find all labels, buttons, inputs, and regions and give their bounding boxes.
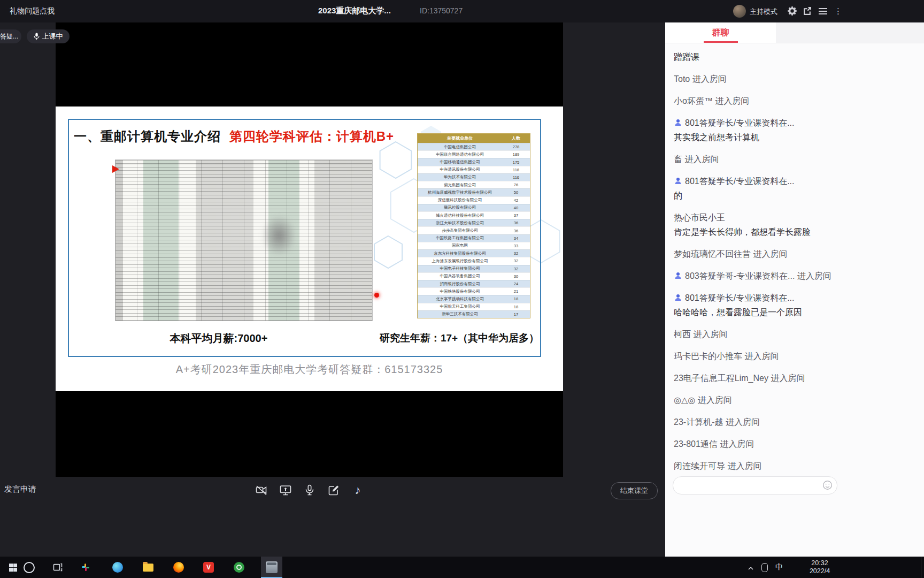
employment-table-row: 中国联合网络通信有限公司189: [418, 150, 530, 158]
employment-company: 新华三技术有限公司: [418, 311, 502, 317]
clock-time: 20:32: [802, 559, 837, 567]
chat-message-text: 801答疑学长/专业课资料在...: [685, 177, 794, 186]
red-app-icon[interactable]: V: [202, 561, 215, 574]
chat-message: Toto 进入房间: [674, 72, 922, 86]
taskbar-clock[interactable]: 20:32 2022/4: [802, 559, 837, 575]
employment-table-row: 中国兵器装备集团公司30: [418, 272, 530, 280]
employment-company: 中国铁路工程集团有限公司: [418, 235, 502, 241]
clock-date: 2022/4: [802, 567, 837, 575]
member-badge-icon: [674, 117, 682, 126]
member-badge-icon: [674, 270, 682, 279]
employment-table-row: 中国移动通信集团公司175: [418, 158, 530, 165]
employment-count: 33: [502, 244, 530, 248]
edit-icon[interactable]: [327, 484, 340, 497]
member-badge-icon: [674, 292, 682, 301]
slack-icon[interactable]: [79, 561, 92, 574]
host-mode-label[interactable]: 主持模式: [750, 7, 777, 17]
cortana-icon[interactable]: [22, 561, 35, 574]
class-status-label: 上课中: [42, 32, 63, 41]
employment-count: 50: [502, 190, 530, 195]
employment-table-row: 招商银行股份有限公司24: [418, 280, 530, 287]
end-class-button[interactable]: 结束课堂: [611, 482, 658, 499]
chat-message-text: 803答疑学哥-专业课资料在... 进入房间: [685, 271, 831, 280]
employment-count: 17: [502, 312, 530, 317]
chat-message-text: 闭连续开可导 进入房间: [674, 461, 761, 470]
chat-message-text: 801答疑学长/专业课资料在...: [685, 293, 794, 302]
screen-share-icon[interactable]: [279, 484, 292, 497]
chat-message: ◎△◎ 进入房间: [674, 393, 922, 407]
qq-group-line: A+考研2023年重庆邮电大学考研答疑群：615173325: [56, 362, 563, 377]
employment-company: 杭州海康威视数字技术股份有限公司: [418, 190, 502, 195]
popout-icon[interactable]: [803, 6, 812, 16]
chat-message-text: 23-计算机-越 进入房间: [674, 417, 760, 427]
explorer-icon[interactable]: [142, 561, 155, 574]
camera-off-icon[interactable]: [255, 484, 268, 497]
gear-icon[interactable]: [788, 6, 797, 16]
undergrad-salary-caption: 本科平均月薪:7000+: [130, 331, 307, 346]
chat-message-text: 蹭蹭课: [674, 52, 699, 62]
music-note-icon[interactable]: ♪: [351, 484, 364, 497]
edge-icon[interactable]: [111, 561, 124, 574]
employment-company: 中国联合网络通信有限公司: [418, 152, 502, 157]
employment-table-header: 主要就业单位 人数: [418, 134, 530, 143]
employment-company: 步步高集团有限公司: [418, 228, 502, 233]
employment-table-row: 杭州海康威视数字技术股份有限公司50: [418, 188, 530, 196]
employment-company: 华为技术有限公司: [418, 174, 502, 180]
tray-mouse-icon[interactable]: [761, 563, 768, 572]
room-title: 2023重庆邮电大学...: [318, 6, 391, 16]
employment-count: 175: [502, 160, 530, 165]
chat-message-text: 热心市民小王: [674, 213, 725, 222]
employment-table-row: 烽火通信科技股份有限公司37: [418, 211, 530, 219]
chat-message: 哈哈哈哈，想看露脸已是一个原因: [674, 306, 922, 319]
employment-header-count: 人数: [502, 135, 530, 141]
employment-count: 32: [502, 258, 530, 263]
menu-icon[interactable]: [819, 6, 828, 16]
speech-request-button[interactable]: 发言申请: [4, 484, 36, 495]
chat-message: 柯西 进入房间: [674, 328, 922, 341]
employment-table-row: 中兴通讯股份有限公司118: [418, 166, 530, 173]
laser-pointer-dot: [374, 293, 379, 298]
slide-heading-black: 一、重邮计算机专业介绍: [74, 129, 221, 143]
chat-message: 蹭蹭课: [674, 50, 922, 64]
more-icon[interactable]: ⋮: [834, 6, 843, 16]
chat-message: 其实我之前想考计算机: [674, 131, 922, 144]
employment-count: 278: [502, 144, 530, 149]
firefox-icon[interactable]: [172, 561, 185, 574]
employment-count: 37: [502, 213, 530, 218]
employment-count: 36: [502, 220, 530, 225]
tab-group-chat[interactable]: 群聊: [665, 22, 776, 43]
employment-table-row: 中国铁塔股份有限公司21: [418, 287, 530, 295]
avatar[interactable]: [733, 5, 746, 18]
chat-input[interactable]: [673, 476, 837, 495]
window-titlebar: 礼物问题点我 2023重庆邮电大学... ID:13750727 主持模式 ⋮: [0, 0, 924, 22]
green-app-icon[interactable]: [233, 561, 245, 574]
member-badge-icon: [674, 176, 682, 184]
employment-detail-table-blur: [116, 160, 372, 321]
chat-message: 803答疑学哥-专业课资料在... 进入房间: [674, 269, 922, 283]
tab-online-list[interactable]: 在线1: [776, 22, 924, 43]
show-desktop-button[interactable]: [921, 557, 921, 578]
employment-company: 国家电网: [418, 243, 502, 248]
classroom-app-icon[interactable]: [261, 557, 282, 578]
tray-expand-icon[interactable]: [748, 564, 754, 574]
mic-icon[interactable]: [303, 484, 316, 497]
employment-company: 腾讯控股有限公司: [418, 205, 502, 210]
start-icon[interactable]: [6, 561, 19, 574]
stage-toolbar: ♪: [255, 483, 364, 498]
employment-count: 116: [502, 175, 530, 180]
chat-message-list: 蹭蹭课Toto 进入房间小o坏蛋™ 进入房间801答疑学长/专业课资料在...其…: [674, 50, 922, 472]
gift-prompt-link[interactable]: 礼物问题点我: [10, 6, 55, 16]
chat-message-text: 梦如琉璃忆不回往昔 进入房间: [674, 249, 787, 258]
employment-company: 中国兵器装备集团公司: [418, 273, 502, 279]
emoji-icon[interactable]: [822, 480, 833, 490]
employment-company: 上海浦东发展银行股份有限公司: [418, 258, 502, 264]
ime-indicator[interactable]: 中: [775, 562, 783, 572]
chat-message: 梦如琉璃忆不回往昔 进入房间: [674, 247, 922, 261]
employment-table-row: 紫光集团有限公司76: [418, 181, 530, 188]
employment-count: 40: [502, 206, 530, 210]
employment-company: 中国铁塔股份有限公司: [418, 289, 502, 294]
task-view-icon[interactable]: [51, 561, 64, 574]
employment-table-row: 国家电网33: [418, 242, 530, 249]
chat-message: 玛卡巴卡的小推车 进入房间: [674, 349, 922, 363]
qa-pill-button[interactable]: 答疑...: [0, 29, 21, 43]
